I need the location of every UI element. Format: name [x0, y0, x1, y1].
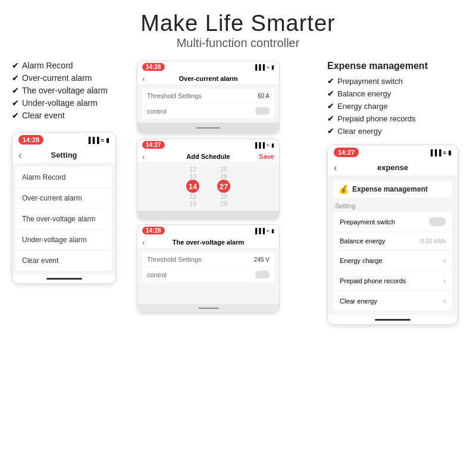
list-item: ✔The over-voltage alarm	[12, 86, 131, 95]
list-item: ✔Energy charge	[327, 101, 464, 111]
home-indicator	[375, 319, 411, 321]
check-icon: ✔	[327, 114, 334, 123]
clear-energy-label: Clear energy	[340, 298, 377, 305]
nav-title: The over-voltage alarm	[173, 239, 244, 246]
bottom-section	[137, 286, 279, 304]
control-row: control	[142, 267, 274, 282]
schedule-phone: 14:27 ▐▐▐ ≈ ▮ ‹ Add Schedule Save 12 13	[137, 139, 280, 220]
back-icon[interactable]: ‹	[142, 74, 145, 83]
header: Make Life Smarter Multi-function control…	[0, 0, 476, 55]
phone-nav: ‹ expense	[328, 159, 458, 176]
section-title: Expense management	[352, 185, 428, 193]
page-title: Make Life Smarter	[0, 11, 476, 36]
menu-row[interactable]: Clear event	[16, 250, 112, 271]
threshold-row: Threshold Settings 60 A	[142, 89, 274, 103]
cal-selected[interactable]: 27	[217, 180, 230, 193]
control-label: control	[147, 108, 167, 115]
back-icon[interactable]: ‹	[334, 162, 337, 173]
phone-nav: ‹ Setting	[12, 147, 115, 164]
list-item: ✔Over-current alarm	[12, 73, 131, 83]
balance-label: Balance energy	[340, 237, 385, 245]
phone-nav: ‹ Over-current alarm	[137, 73, 279, 85]
prepaid-records-label: Prepaid phone records	[340, 277, 406, 284]
right-column: Expense management ✔Prepayment switch ✔B…	[327, 61, 464, 325]
over-current-phone: 14:28 ▐▐▐ ≈ ▮ ‹ Over-current alarm Thres…	[137, 61, 280, 134]
nav-title: Add Schedule	[186, 153, 230, 160]
bottom-bar	[137, 211, 279, 219]
check-icon: ✔	[327, 126, 334, 136]
energy-charge-row[interactable]: Energy charge ›	[334, 250, 452, 271]
list-item: ✔Alarm Record	[12, 61, 131, 70]
cal-cell: 16	[186, 200, 199, 207]
nav-label: expense	[377, 163, 408, 172]
check-icon: ✔	[327, 101, 334, 111]
nav-title: Setting	[51, 151, 77, 159]
back-icon[interactable]: ‹	[142, 152, 145, 161]
back-icon[interactable]: ‹	[18, 150, 21, 161]
list-item: ✔Under-voltage alarm	[12, 98, 131, 108]
expense-phone: 14:27 ▐▐▐ ≈ ▮ ‹ expense 💰 Expense manage…	[327, 145, 458, 325]
list-item: ✔Clear event	[12, 111, 131, 120]
cal-row: 12 13 14 15 16 25 26 27 28	[142, 165, 274, 207]
expense-icon: 💰	[339, 184, 349, 194]
check-icon: ✔	[327, 89, 334, 98]
phone-nav: ‹ Add Schedule Save	[137, 151, 279, 163]
cal-cell: 15	[186, 193, 199, 200]
toggle-control[interactable]	[255, 271, 270, 278]
list-item: ✔Balance energy	[327, 89, 464, 98]
menu-row[interactable]: Under-voltage alarm	[16, 230, 112, 250]
cal-selected-row: 14	[186, 180, 199, 193]
status-time: 14:27	[142, 141, 165, 149]
phone-body: Threshold Settings 60 A control	[137, 85, 279, 123]
status-icons: ▐▐▐ ≈ ▮	[253, 142, 274, 148]
status-time: 14:28	[142, 63, 165, 71]
check-icon: ✔	[12, 61, 19, 70]
status-bar: 14:28 ▐▐▐ ≈ ▮	[12, 133, 115, 147]
threshold-label: Threshold Settings	[147, 92, 202, 99]
menu-row[interactable]: The over-voltage alarm	[16, 209, 112, 230]
threshold-row: Threshold Settings 245 V	[142, 252, 274, 267]
check-icon: ✔	[327, 76, 334, 86]
phone-body: Threshold Settings 245 V control	[137, 249, 279, 286]
left-feature-list: ✔Alarm Record ✔Over-current alarm ✔The o…	[12, 61, 131, 120]
menu-row[interactable]: Alarm Record	[16, 167, 112, 188]
list-item: ✔Prepaid phone records	[327, 114, 464, 123]
toggle-control[interactable]	[255, 107, 270, 115]
home-indicator	[196, 127, 220, 129]
save-button[interactable]: Save	[259, 153, 274, 160]
expense-rows: Prepayment switch Balance energy 0.00 kW…	[334, 212, 452, 311]
prepaid-records-row[interactable]: Prepaid phone records ›	[334, 271, 452, 291]
cal-cell: 29	[217, 200, 230, 207]
home-indicator	[46, 278, 82, 280]
cal-selected[interactable]: 14	[186, 180, 199, 193]
cal-cell: 12	[186, 165, 199, 173]
prepayment-toggle[interactable]	[429, 217, 446, 226]
bottom-bar	[137, 123, 279, 133]
nav-title: Over-current alarm	[178, 75, 237, 82]
calendar-picker: 12 13 14 15 16 25 26 27 28	[137, 163, 279, 211]
clear-energy-row[interactable]: Clear energy ›	[334, 291, 452, 311]
bottom-bar	[137, 304, 279, 312]
cal-col-left: 12 13 14 15 16	[186, 165, 199, 207]
check-icon: ✔	[12, 98, 19, 108]
check-icon: ✔	[12, 73, 19, 83]
status-bar: 14:28 ▐▐▐ ≈ ▮	[137, 61, 279, 73]
main-content: ✔Alarm Record ✔Over-current alarm ✔The o…	[0, 55, 476, 331]
cal-selected-row: 27	[217, 180, 230, 193]
balance-row: Balance energy 0.00 kWh	[334, 232, 452, 250]
setting-label: Setting	[334, 202, 452, 209]
status-bar: 14:28 ▐▐▐ ≈ ▮	[137, 225, 279, 236]
expense-title: Expense management	[327, 61, 464, 71]
back-icon[interactable]: ‹	[142, 238, 145, 247]
page-subtitle: Multi-function controller	[0, 36, 476, 50]
cal-cell: 28	[217, 193, 230, 200]
setting-phone: 14:28 ▐▐▐ ≈ ▮ ‹ Setting Alarm Record Ove…	[12, 132, 116, 284]
balance-value: 0.00 kWh	[421, 238, 446, 245]
status-time: 14:27	[334, 148, 359, 157]
status-icons: ▐▐▐ ≈ ▮	[428, 149, 452, 156]
threshold-label: Threshold Settings	[147, 256, 202, 263]
status-icons: ▐▐▐ ≈ ▮	[86, 137, 109, 143]
check-icon: ✔	[12, 111, 19, 120]
status-time: 14:28	[142, 227, 165, 234]
menu-row[interactable]: Over-current alarm	[16, 188, 112, 209]
